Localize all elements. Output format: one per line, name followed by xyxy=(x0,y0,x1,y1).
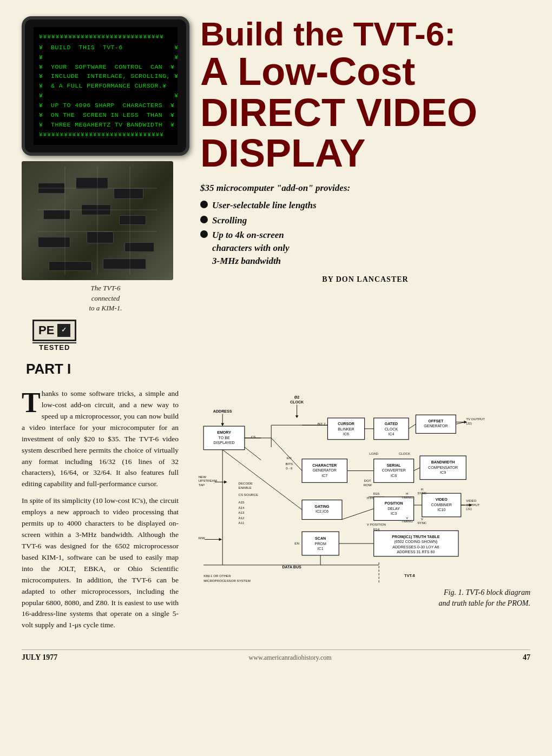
pe-icon: ✓ xyxy=(57,324,70,337)
svg-text:SCAN: SCAN xyxy=(315,536,326,541)
tv-screen-content: ¥¥¥¥¥¥¥¥¥¥¥¥¥¥¥¥¥¥¥¥¥¥¥¥¥¥¥¥¥¥ ¥ BUILD T… xyxy=(34,27,178,145)
svg-text:TO BE: TO BE xyxy=(218,436,229,440)
svg-text:DOT: DOT xyxy=(364,479,371,482)
svg-text:OUTPUT: OUTPUT xyxy=(466,503,479,507)
svg-text:COMPENSATOR: COMPENSATOR xyxy=(428,466,458,470)
address-label: ADDRESS xyxy=(213,409,232,414)
svg-text:GATED: GATED xyxy=(385,422,398,426)
svg-text:DECODE: DECODE xyxy=(239,481,253,485)
pcb-photo xyxy=(22,161,173,280)
svg-text:CLOCK: CLOCK xyxy=(399,452,411,455)
tagline: $35 microcomputer "add-on" provides: xyxy=(200,183,530,194)
diagram-section: .blk { fill: white; stroke: #111; stroke… xyxy=(192,388,530,636)
bullet-list: User-selectable line lengths Scrolling U… xyxy=(200,199,530,268)
svg-text:TIMING: TIMING xyxy=(402,519,413,523)
tv-line-5: ¥ & A FULL PERFORMANCE CURSOR.¥ xyxy=(39,81,172,91)
top-section: ¥¥¥¥¥¥¥¥¥¥¥¥¥¥¥¥¥¥¥¥¥¥¥¥¥¥¥¥¥¥ ¥ BUILD T… xyxy=(22,16,530,377)
svg-text:SYNC: SYNC xyxy=(417,491,427,495)
svg-text:EMORY: EMORY xyxy=(217,430,231,435)
title-line3: DIRECT VIDEO xyxy=(200,92,530,134)
svg-text:NEW: NEW xyxy=(199,475,207,479)
drop-cap: T xyxy=(22,392,41,414)
footer-url: www.americanradiohistory.com xyxy=(249,654,332,662)
svg-text:GATING: GATING xyxy=(314,505,330,509)
svg-text:TAP: TAP xyxy=(199,483,205,487)
svg-text:IC7: IC7 xyxy=(321,474,327,478)
part-label: PART I xyxy=(26,361,189,377)
svg-text:MICROPROCESSOR SYSTEM: MICROPROCESSOR SYSTEM xyxy=(203,579,251,582)
tv-line-9: ¥ THREE MEGAHERTZ TV BANDWIDTH ¥ xyxy=(39,120,172,130)
svg-text:BANDWIDTH: BANDWIDTH xyxy=(431,460,455,465)
svg-text:UPSTREAM: UPSTREAM xyxy=(199,479,217,482)
tv-line-7: ¥ UP TO 4096 SHARP CHARACTERS ¥ xyxy=(39,101,172,110)
svg-text:TV OUTPUT: TV OUTPUT xyxy=(466,417,485,421)
svg-text:VIDEO: VIDEO xyxy=(466,499,476,502)
svg-marker-103 xyxy=(219,538,222,541)
svg-text:CS SOURCE: CS SOURCE xyxy=(239,493,259,496)
diagram-caption: Fig. 1. TVT-6 block diagram and truth ta… xyxy=(192,587,530,608)
tv-line-6: ¥ ¥ xyxy=(39,91,172,101)
svg-text:VIDEO: VIDEO xyxy=(436,498,448,502)
svg-text:KIM-1 OR OTHER: KIM-1 OR OTHER xyxy=(203,574,231,578)
svg-marker-7 xyxy=(221,423,224,426)
pe-text: PE xyxy=(38,323,54,337)
svg-text:PROM(IC1) TRUTH TABLE: PROM(IC1) TRUTH TABLE xyxy=(392,535,439,539)
svg-text:R15: R15 xyxy=(373,492,380,495)
main-content: Thanks to some software tricks, a simple… xyxy=(22,388,530,636)
diagram-caption-line1: Fig. 1. TVT-6 block diagram xyxy=(444,588,530,596)
svg-text:COMBINER: COMBINER xyxy=(431,503,452,507)
svg-marker-11 xyxy=(295,415,299,418)
svg-marker-108 xyxy=(224,480,227,483)
bullet-dot-2 xyxy=(200,216,208,223)
page-footer: JULY 1977 www.americanradiohistory.com 4… xyxy=(22,649,530,662)
svg-text:A12: A12 xyxy=(239,516,245,520)
svg-text:GENERATOR: GENERATOR xyxy=(313,468,337,473)
right-column: Build the TVT-6: A Low-Cost DIRECT VIDEO… xyxy=(200,16,530,284)
title-line1: Build the TVT-6: xyxy=(200,16,530,51)
svg-text:ENABLE: ENABLE xyxy=(239,486,252,489)
article-para-1: Thanks to some software tricks, a simple… xyxy=(22,388,179,490)
pe-badge: PE ✓ xyxy=(32,320,76,341)
tv-line-8: ¥ ON THE SCREEN IN LESS THAN ¥ xyxy=(39,110,172,120)
svg-text:ADDRESSES 0-30 LOY A6: ADDRESSES 0-30 LOY A6 xyxy=(392,545,439,549)
svg-text:LOAD: LOAD xyxy=(369,452,378,455)
svg-text:PROM: PROM xyxy=(315,542,326,546)
svg-text:BLINKER: BLINKER xyxy=(338,427,354,432)
svg-text:0 - 6: 0 - 6 xyxy=(286,466,293,470)
svg-text:IC6: IC6 xyxy=(343,432,349,436)
svg-text:(J2): (J2) xyxy=(466,421,472,425)
tv-screen: ¥¥¥¥¥¥¥¥¥¥¥¥¥¥¥¥¥¥¥¥¥¥¥¥¥¥¥¥¥¥ ¥ BUILD T… xyxy=(22,16,189,156)
main-title: Build the TVT-6: A Low-Cost DIRECT VIDEO… xyxy=(200,16,530,174)
svg-text:IC3: IC3 xyxy=(391,512,397,516)
tv-line-4: ¥ INCLUDE INTERLACE, SCROLLING, ¥ xyxy=(39,71,172,81)
svg-text:CHARACTER: CHARACTER xyxy=(312,463,337,468)
svg-text:A14: A14 xyxy=(239,506,245,509)
svg-line-35 xyxy=(245,447,261,460)
svg-text:IC8: IC8 xyxy=(391,474,397,478)
article-para1-text: hanks to some software tricks, a simple … xyxy=(22,389,179,488)
bullet-text-1: User-selectable line lengths xyxy=(212,199,317,212)
svg-text:GENERATOR: GENERATOR xyxy=(424,424,448,428)
svg-text:Ø2: Ø2 xyxy=(294,395,300,400)
svg-text:DISPLAYED: DISPLAYED xyxy=(213,441,234,445)
tested-text: TESTED xyxy=(32,342,76,352)
svg-text:IC4: IC4 xyxy=(388,432,394,436)
svg-text:R/W: R/W xyxy=(199,536,205,540)
bullet-text-2: Scrolling xyxy=(212,214,247,227)
svg-text:A15: A15 xyxy=(239,500,245,504)
svg-line-120 xyxy=(414,468,420,471)
tv-border-bottom: ¥¥¥¥¥¥¥¥¥¥¥¥¥¥¥¥¥¥¥¥¥¥¥¥¥¥¥¥¥¥ xyxy=(39,130,172,140)
left-column: ¥¥¥¥¥¥¥¥¥¥¥¥¥¥¥¥¥¥¥¥¥¥¥¥¥¥¥¥¥¥ ¥ BUILD T… xyxy=(22,16,189,377)
svg-text:CLOCK: CLOCK xyxy=(385,427,398,432)
svg-text:DATA BUS: DATA BUS xyxy=(282,565,301,569)
page: ¥¥¥¥¥¥¥¥¥¥¥¥¥¥¥¥¥¥¥¥¥¥¥¥¥¥¥¥¥¥ ¥ BUILD T… xyxy=(0,0,552,756)
bullet-dot-3 xyxy=(200,230,208,238)
svg-line-123 xyxy=(456,422,465,424)
bullet-item-1: User-selectable line lengths xyxy=(200,199,530,212)
svg-text:A11: A11 xyxy=(239,521,245,525)
svg-text:ADDRESS  31  RTS 60: ADDRESS 31 RTS 60 xyxy=(397,550,435,554)
footer-page-number: 47 xyxy=(523,653,530,662)
svg-text:CLOCK: CLOCK xyxy=(290,400,304,404)
footer-date: JULY 1977 xyxy=(22,653,57,662)
pcb-inner xyxy=(22,161,173,280)
